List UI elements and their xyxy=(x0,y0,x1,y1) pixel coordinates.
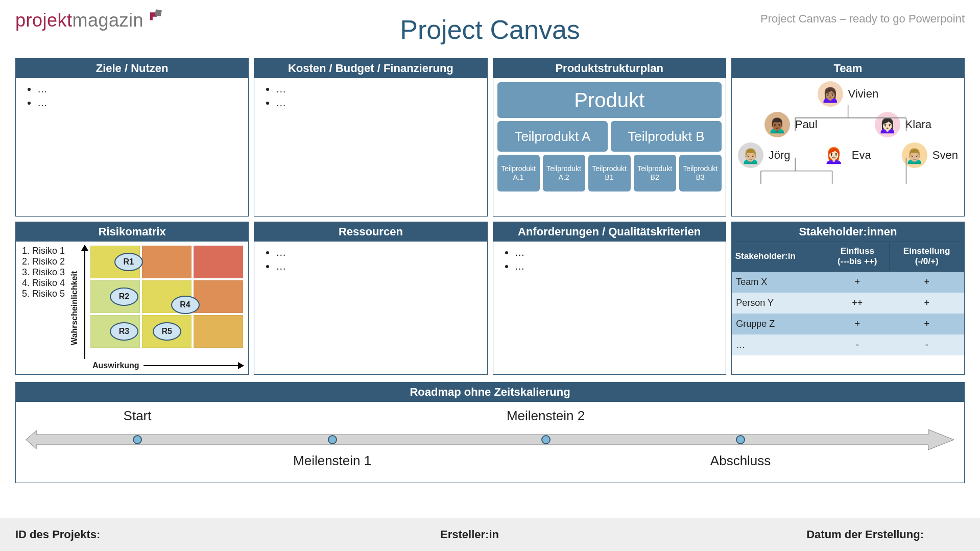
risk-heatmap: R1R2R4R3R5 xyxy=(90,246,243,348)
footer-date-label: Datum der Erstellung: xyxy=(621,528,965,541)
risk-y-axis-label: Wahrscheinlichkeit xyxy=(69,246,79,370)
list-item: … xyxy=(37,83,241,95)
table-header: Einstellung (-/0/+) xyxy=(890,242,964,272)
panel-kosten-header: Kosten / Budget / Finanzierung xyxy=(254,59,487,78)
roadmap-labels-bottom: Meilenstein 1Abschluss xyxy=(26,453,954,471)
table-cell: - xyxy=(890,334,964,355)
slide-title: Project Canvas xyxy=(400,14,580,45)
roadmap-labels-top: StartMeilenstein 2 xyxy=(26,408,954,426)
footer-id-label: ID des Projekts: xyxy=(15,528,318,541)
list-item: … xyxy=(37,97,241,109)
milestone-dot-icon xyxy=(541,435,551,444)
panel-stakeholder: Stakeholder:innen Stakeholder:inEinfluss… xyxy=(731,222,965,375)
roadmap-body: StartMeilenstein 2 Meilenstein 1Abschlus… xyxy=(16,402,964,483)
panel-roadmap: Roadmap ohne Zeitskalierung StartMeilens… xyxy=(15,382,965,483)
psp-root: Produkt xyxy=(497,82,722,118)
panel-anforderungen-header: Anforderungen / Qualitätskriterien xyxy=(493,222,726,242)
psp-leaf-node: Teilprodukt B1 xyxy=(588,155,631,191)
team-name: Paul xyxy=(795,118,818,131)
arrow-up-icon xyxy=(79,246,90,359)
psp-mid-node: Teilprodukt A xyxy=(497,121,608,152)
list-item: … xyxy=(515,260,719,272)
team-name: Vivien xyxy=(848,87,879,101)
risk-bubble: R5 xyxy=(153,322,181,341)
panel-anforderungen: Anforderungen / Qualitätskriterien …… xyxy=(493,222,726,375)
list-item: … xyxy=(276,83,480,95)
roadmap-arrow xyxy=(26,429,954,450)
psp-leaf-node: Teilprodukt A.2 xyxy=(543,155,585,191)
panel-psp: Produktstrukturplan Produkt Teilprodukt … xyxy=(493,58,726,217)
risk-list-item: Risiko 2 xyxy=(32,256,65,267)
footer-bar: ID des Projekts: Ersteller:in Datum der … xyxy=(0,518,980,551)
canvas-grid: Ziele / Nutzen …… Kosten / Budget / Fina… xyxy=(15,58,965,375)
avatar-icon: 🙍🏽‍♀️ xyxy=(818,81,843,107)
team-name: Klara xyxy=(905,118,931,131)
slide-subtitle: Project Canvas – ready to go Powerpoint xyxy=(760,12,965,26)
panel-ressourcen-header: Ressourcen xyxy=(254,222,487,242)
panel-anforderungen-body: …… xyxy=(493,242,726,374)
team-person-bottom-2: 🙍🏼‍♂️ Sven xyxy=(902,142,958,168)
team-person-mid-1: 🙍🏻‍♀️ Klara xyxy=(875,112,931,137)
table-row: …-- xyxy=(732,334,964,355)
milestone-dot-icon xyxy=(328,435,337,444)
psp-tree: Produkt Teilprodukt ATeilprodukt B Teilp… xyxy=(493,78,726,216)
panel-roadmap-header: Roadmap ohne Zeitskalierung xyxy=(16,382,964,402)
stakeholder-table: Stakeholder:inEinfluss (---bis ++)Einste… xyxy=(732,242,964,355)
panel-kosten: Kosten / Budget / Finanzierung …… xyxy=(254,58,487,217)
svg-marker-1 xyxy=(26,429,954,450)
list-item: … xyxy=(276,97,480,109)
brand-logo: projektmagazin xyxy=(15,9,164,31)
team-name: Eva xyxy=(852,149,871,162)
slide-header: projektmagazin Project Canvas Project Ca… xyxy=(0,0,980,31)
arrow-right-icon xyxy=(144,365,244,366)
footer-creator-label: Ersteller:in xyxy=(318,528,621,541)
team-person-mid-0: 🙍🏾‍♂️ Paul xyxy=(764,112,818,137)
table-cell: ++ xyxy=(825,293,890,314)
psp-leaf-node: Teilprodukt B3 xyxy=(679,155,722,191)
stakeholder-body: Stakeholder:inEinfluss (---bis ++)Einste… xyxy=(732,242,964,374)
table-row: Person Y+++ xyxy=(732,293,964,314)
brand-icon xyxy=(147,7,164,29)
avatar-icon: 👩🏻‍🦰 xyxy=(821,142,847,168)
risk-list: Risiko 1Risiko 2Risiko 3Risiko 4Risiko 5 xyxy=(21,246,65,370)
panel-team: Team 🙍🏽‍♀️ Vivien 🙍🏾‍♂️ Paul 🙍🏻‍ xyxy=(731,58,965,217)
psp-leaf-node: Teilprodukt B2 xyxy=(634,155,676,191)
team-person-top: 🙍🏽‍♀️ Vivien xyxy=(818,81,879,107)
team-org-chart: 🙍🏽‍♀️ Vivien 🙍🏾‍♂️ Paul 🙍🏻‍♀️ Klara 🙍🏼‍♂… xyxy=(732,78,964,216)
table-cell: … xyxy=(732,334,825,355)
brand-part2: magazin xyxy=(73,10,144,31)
risk-x-axis-label: Auswirkung xyxy=(92,361,139,370)
risk-matrix: Wahrscheinlichkeit R1R2R4R3R5 Auswirkung xyxy=(69,246,243,370)
psp-leaf-node: Teilprodukt A.1 xyxy=(497,155,540,191)
risk-bubble: R2 xyxy=(110,288,138,306)
milestone-dot-icon xyxy=(736,435,745,444)
table-cell: Person Y xyxy=(732,293,825,314)
table-cell: - xyxy=(825,334,890,355)
avatar-icon: 🙍🏼‍♂️ xyxy=(738,142,763,168)
risk-list-item: Risiko 4 xyxy=(32,278,65,289)
table-cell: + xyxy=(890,271,964,293)
psp-mid-node: Teilprodukt B xyxy=(611,121,722,152)
list-item: … xyxy=(515,247,719,258)
panel-ressourcen-body: …… xyxy=(254,242,487,374)
table-row: Team X++ xyxy=(732,271,964,293)
table-header: Stakeholder:in xyxy=(732,242,825,272)
avatar-icon: 🙍🏾‍♂️ xyxy=(764,112,790,137)
panel-kosten-body: …… xyxy=(254,78,487,216)
panel-stakeholder-header: Stakeholder:innen xyxy=(732,222,964,242)
panel-ressourcen: Ressourcen …… xyxy=(254,222,487,375)
avatar-icon: 🙍🏼‍♂️ xyxy=(902,142,927,168)
brand-part1: projekt xyxy=(15,10,73,31)
table-cell: + xyxy=(890,293,964,314)
team-name: Jörg xyxy=(769,149,791,162)
milestone-label: Meilenstein 1 xyxy=(293,453,371,469)
risk-list-item: Risiko 5 xyxy=(32,289,65,299)
risk-bubble: R3 xyxy=(110,322,138,341)
risk-list-item: Risiko 3 xyxy=(32,267,65,278)
risk-bubble: R1 xyxy=(114,253,143,271)
team-person-bottom-1: 👩🏻‍🦰 Eva xyxy=(821,142,871,168)
panel-risiko-header: Risikomatrix xyxy=(16,222,248,242)
milestone-label: Meilenstein 2 xyxy=(507,408,585,424)
milestone-label: Abschluss xyxy=(710,453,771,469)
panel-team-header: Team xyxy=(732,59,964,78)
